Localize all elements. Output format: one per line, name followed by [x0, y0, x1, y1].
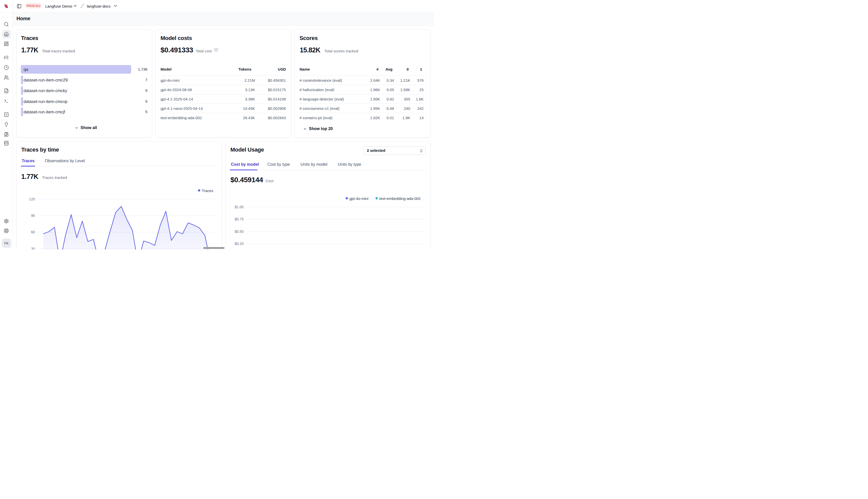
svg-text:$0.25: $0.25 [235, 242, 243, 246]
svg-text:90: 90 [31, 214, 35, 218]
svg-text:$0.50: $0.50 [235, 230, 243, 233]
svg-text:30: 30 [31, 247, 35, 250]
svg-text:$1.00: $1.00 [235, 205, 243, 209]
svg-text:60: 60 [31, 230, 35, 234]
svg-text:$0.75: $0.75 [235, 217, 243, 221]
svg-text:120: 120 [29, 197, 35, 201]
